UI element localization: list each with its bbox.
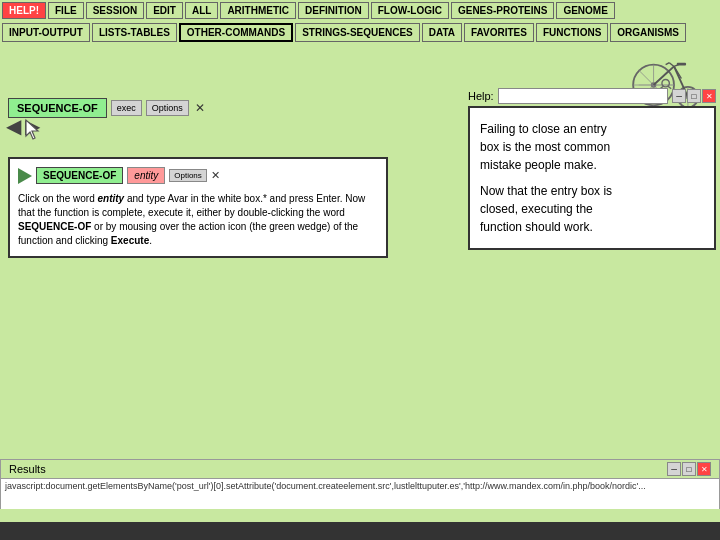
help-btn[interactable]: HELP!	[2, 2, 46, 19]
svg-marker-23	[26, 120, 38, 139]
nav-row-2: INPUT-OUTPUT LISTS-TABLES OTHER-COMMANDS…	[0, 21, 720, 44]
svg-line-17	[666, 63, 670, 65]
results-text: javascript:document.getElementsByName('p…	[5, 481, 646, 491]
othercommands-btn[interactable]: OTHER-COMMANDS	[179, 23, 293, 42]
arithmetic-btn[interactable]: ARITHMETIC	[220, 2, 296, 19]
back-arrow[interactable]: ◀	[6, 114, 21, 138]
help-line5: Now that the entry box is	[480, 182, 704, 200]
status-bar	[0, 522, 720, 540]
stringsseq-btn[interactable]: STRINGS-SEQUENCES	[295, 23, 420, 42]
help-line2: box is the most common	[480, 138, 704, 156]
results-title: Results	[9, 463, 46, 475]
help-content-box: Failing to close an entry box is the mos…	[468, 106, 716, 250]
file-btn[interactable]: FILE	[48, 2, 84, 19]
help-line1: Failing to close an entry	[480, 120, 704, 138]
edit-btn[interactable]: EDIT	[146, 2, 183, 19]
results-minimize-btn[interactable]: ─	[667, 462, 681, 476]
inputoutput-btn[interactable]: INPUT-OUTPUT	[2, 23, 90, 42]
functions-btn[interactable]: FUNCTIONS	[536, 23, 608, 42]
seqof-ref: SEQUENCE-OF	[18, 221, 91, 232]
svg-line-16	[669, 63, 674, 67]
help-line3: mistake people make.	[480, 156, 704, 174]
results-win-buttons: ─ □ ✕	[667, 462, 711, 476]
instruction-box: SEQUENCE-OF entity Options ✕ Click on th…	[8, 157, 388, 258]
instruction-text: Click on the word entity and type Avar i…	[18, 192, 378, 248]
sequence-of-row: SEQUENCE-OF exec Options ✕	[8, 98, 404, 118]
nav-row-1: HELP! FILE SESSION EDIT ALL ARITHMETIC D…	[0, 0, 720, 21]
help-label-row: Help: ─ □ ✕	[468, 88, 716, 104]
execute-ref: Execute	[111, 235, 149, 246]
left-panel: SEQUENCE-OF exec Options ✕ SEQUENCE-OF e…	[4, 88, 404, 455]
close-btn[interactable]: ✕	[702, 89, 716, 103]
favorites-btn[interactable]: FAVORITES	[464, 23, 534, 42]
session-btn[interactable]: SESSION	[86, 2, 144, 19]
liststables-btn[interactable]: LISTS-TABLES	[92, 23, 177, 42]
genesproteins-btn[interactable]: GENES-PROTEINS	[451, 2, 554, 19]
help-win-buttons: ─ □ ✕	[672, 89, 716, 103]
definition-btn[interactable]: DEFINITION	[298, 2, 369, 19]
restore-btn[interactable]: □	[687, 89, 701, 103]
exec-button[interactable]: exec	[111, 100, 142, 116]
cursor-pointer	[24, 118, 404, 147]
help-area: Help: ─ □ ✕ Failing to close an entry bo…	[468, 88, 716, 250]
genome-btn[interactable]: GENOME	[556, 2, 614, 19]
options-button[interactable]: Options	[146, 100, 189, 116]
entity-ref: entity	[97, 193, 124, 204]
entity-box[interactable]: entity	[127, 167, 165, 184]
organisms-btn[interactable]: ORGANISMS	[610, 23, 686, 42]
minimize-btn[interactable]: ─	[672, 89, 686, 103]
help-line7: function should work.	[480, 218, 704, 236]
results-body: javascript:document.getElementsByName('p…	[1, 479, 719, 509]
green-arrow-icon	[18, 168, 32, 184]
results-area: Results ─ □ ✕ javascript:document.getEle…	[0, 459, 720, 509]
help-line6: closed, executing the	[480, 200, 704, 218]
seq-label-inner: SEQUENCE-OF	[36, 167, 123, 184]
help-spacer	[480, 174, 704, 182]
results-restore-btn[interactable]: □	[682, 462, 696, 476]
main-content: ◀ ▶ SEQUENCE-OF exec Options ✕ SEQUENCE-…	[0, 44, 720, 459]
data-btn[interactable]: DATA	[422, 23, 462, 42]
seq-row-inner: SEQUENCE-OF entity Options ✕	[18, 167, 378, 184]
svg-rect-19	[677, 63, 686, 66]
instruction-inner: SEQUENCE-OF entity Options ✕ Click on th…	[18, 167, 378, 248]
close-icon[interactable]: ✕	[195, 101, 205, 115]
results-close-btn[interactable]: ✕	[697, 462, 711, 476]
flowlogic-btn[interactable]: FLOW-LOGIC	[371, 2, 449, 19]
all-btn[interactable]: ALL	[185, 2, 218, 19]
results-header: Results ─ □ ✕	[1, 460, 719, 479]
help-label: Help:	[468, 90, 494, 102]
close-inner-icon[interactable]: ✕	[211, 169, 220, 182]
options-btn-inner[interactable]: Options	[169, 169, 207, 182]
help-input[interactable]	[498, 88, 668, 104]
